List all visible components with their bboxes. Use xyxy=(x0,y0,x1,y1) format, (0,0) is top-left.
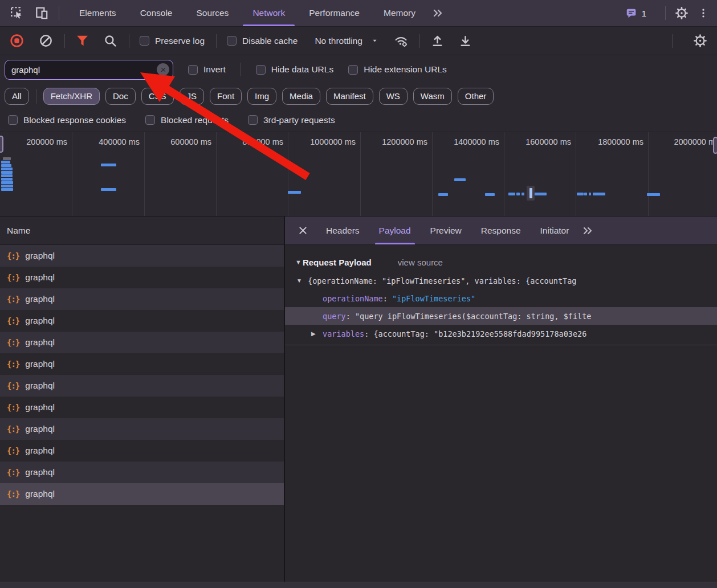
inspect-element-icon[interactable] xyxy=(10,6,25,21)
divider xyxy=(59,6,59,20)
request-row[interactable]: {:}graphql xyxy=(0,288,284,310)
issues-button[interactable]: 1 xyxy=(625,7,646,19)
request-name: graphql xyxy=(25,381,55,391)
checkbox-box[interactable] xyxy=(248,115,258,125)
clear-network-log-icon[interactable] xyxy=(39,34,53,48)
issues-count: 1 xyxy=(642,9,646,18)
checkbox-box[interactable] xyxy=(8,115,18,125)
import-har-icon[interactable] xyxy=(430,34,445,48)
request-row[interactable]: {:}graphql xyxy=(0,353,284,375)
fetch-xhr-icon: {:} xyxy=(7,403,19,412)
chip-other[interactable]: Other xyxy=(458,88,494,105)
preserve-log-checkbox[interactable]: Preserve log xyxy=(140,36,205,46)
blocked-response-cookies-label: Blocked response cookies xyxy=(23,115,126,125)
name-column-header[interactable]: Name xyxy=(0,217,284,245)
request-row[interactable]: {:}graphql xyxy=(0,267,284,288)
chip-all[interactable]: All xyxy=(5,88,29,105)
details-tab-response[interactable]: Response xyxy=(471,217,531,244)
tab-network[interactable]: Network xyxy=(241,0,297,26)
blocked-requests-label: Blocked requests xyxy=(161,115,229,125)
details-tab-payload[interactable]: Payload xyxy=(369,217,421,244)
request-row[interactable]: {:}graphql xyxy=(0,375,284,397)
close-details-icon[interactable] xyxy=(298,225,308,236)
chip-fetch-xhr[interactable]: Fetch/XHR xyxy=(43,88,100,105)
tab-console[interactable]: Console xyxy=(128,0,185,26)
export-har-icon[interactable] xyxy=(458,34,472,48)
checkbox-box[interactable] xyxy=(348,65,358,75)
more-details-tabs-icon[interactable] xyxy=(581,224,594,238)
request-name: graphql xyxy=(25,294,55,304)
chip-img[interactable]: Img xyxy=(247,88,276,105)
payload-line[interactable]: ▶variables: {accountTag: "b12e3b2192ee55… xyxy=(285,325,717,342)
details-tab-initiator[interactable]: Initiator xyxy=(531,217,579,244)
expand-triangle-icon[interactable]: ▶ xyxy=(311,330,323,337)
divider xyxy=(64,34,65,48)
chip-font[interactable]: Font xyxy=(210,88,242,105)
tab-elements[interactable]: Elements xyxy=(67,0,128,26)
timeline-tick-label: 2000000 m xyxy=(648,137,715,150)
filter-input[interactable] xyxy=(5,60,173,79)
request-row[interactable]: {:}graphql xyxy=(0,310,284,332)
search-icon[interactable] xyxy=(103,34,117,48)
3rd-party-requests-checkbox[interactable]: 3rd-party requests xyxy=(248,115,335,125)
invert-checkbox[interactable]: Invert xyxy=(188,64,226,75)
clear-filter-button[interactable] xyxy=(157,63,169,76)
disable-cache-checkbox[interactable]: Disable cache xyxy=(227,36,298,46)
device-toolbar-icon[interactable] xyxy=(34,6,49,21)
filter-funnel-icon[interactable] xyxy=(75,34,89,48)
record-network-log-icon[interactable] xyxy=(10,34,24,48)
payload-line[interactable]: ▼{operationName: "ipFlowTimeseries", var… xyxy=(285,272,717,289)
request-row[interactable]: {:}graphql xyxy=(0,397,284,418)
checkbox-box[interactable] xyxy=(256,65,266,75)
blocked-requests-checkbox[interactable]: Blocked requests xyxy=(145,115,229,125)
chip-doc[interactable]: Doc xyxy=(105,88,136,105)
view-source-link[interactable]: view source xyxy=(398,258,443,267)
expand-triangle-icon[interactable]: ▼ xyxy=(296,277,308,284)
details-tab-headers[interactable]: Headers xyxy=(316,217,369,244)
network-overview-timeline[interactable]: 200000 ms400000 ms600000 ms800000 ms1000… xyxy=(0,132,717,217)
throttling-dropdown[interactable]: No throttling xyxy=(315,36,378,46)
request-payload-header[interactable]: ▼ Request Payload view source xyxy=(285,252,717,272)
request-name: graphql xyxy=(25,316,55,326)
timeline-tick-label: 800000 ms xyxy=(216,137,283,150)
details-tab-preview[interactable]: Preview xyxy=(421,217,471,244)
request-row[interactable]: {:}graphql xyxy=(0,483,284,505)
tab-sources[interactable]: Sources xyxy=(185,0,241,26)
request-row[interactable]: {:}graphql xyxy=(0,440,284,462)
tab-memory[interactable]: Memory xyxy=(372,0,427,26)
blocked-response-cookies-checkbox[interactable]: Blocked response cookies xyxy=(8,115,126,125)
more-tabs-icon[interactable] xyxy=(431,6,445,20)
payload-line[interactable]: operationName: "ipFlowTimeseries" xyxy=(285,289,717,307)
timeline-left-grip[interactable] xyxy=(0,136,3,153)
request-name: graphql xyxy=(25,489,55,499)
timeline-tick-label: 200000 ms xyxy=(0,137,67,150)
chip-js[interactable]: JS xyxy=(180,88,205,105)
chip-css[interactable]: CSS xyxy=(141,88,174,105)
hide-extension-urls-checkbox[interactable]: Hide extension URLs xyxy=(348,64,447,75)
checkbox-box[interactable] xyxy=(227,36,237,46)
request-row[interactable]: {:}graphql xyxy=(0,332,284,353)
checkbox-box[interactable] xyxy=(188,65,198,75)
request-row[interactable]: {:}graphql xyxy=(0,418,284,440)
waterfall-bar xyxy=(516,193,520,195)
timeline-right-grip[interactable] xyxy=(713,137,717,154)
waterfall-bar xyxy=(589,193,591,195)
divider xyxy=(129,34,129,48)
chip-ws[interactable]: WS xyxy=(379,88,408,105)
network-conditions-icon[interactable] xyxy=(394,34,408,48)
filter-input-wrap xyxy=(5,60,173,80)
chip-wasm[interactable]: Wasm xyxy=(413,88,452,105)
kebab-menu-icon[interactable] xyxy=(698,6,709,20)
payload-line[interactable]: query: "query ipFlowTimeseries($accountT… xyxy=(285,307,717,325)
chip-media[interactable]: Media xyxy=(282,88,320,105)
checkbox-box[interactable] xyxy=(145,115,155,125)
checkbox-box[interactable] xyxy=(140,36,149,46)
fetch-xhr-icon: {:} xyxy=(7,360,19,369)
settings-gear-icon[interactable] xyxy=(675,6,689,20)
chip-manifest[interactable]: Manifest xyxy=(326,88,373,105)
tab-performance[interactable]: Performance xyxy=(297,0,372,26)
hide-data-urls-checkbox[interactable]: Hide data URLs xyxy=(256,64,333,75)
network-settings-gear-icon[interactable] xyxy=(693,34,707,48)
request-row[interactable]: {:}graphql xyxy=(0,245,284,267)
request-row[interactable]: {:}graphql xyxy=(0,462,284,483)
